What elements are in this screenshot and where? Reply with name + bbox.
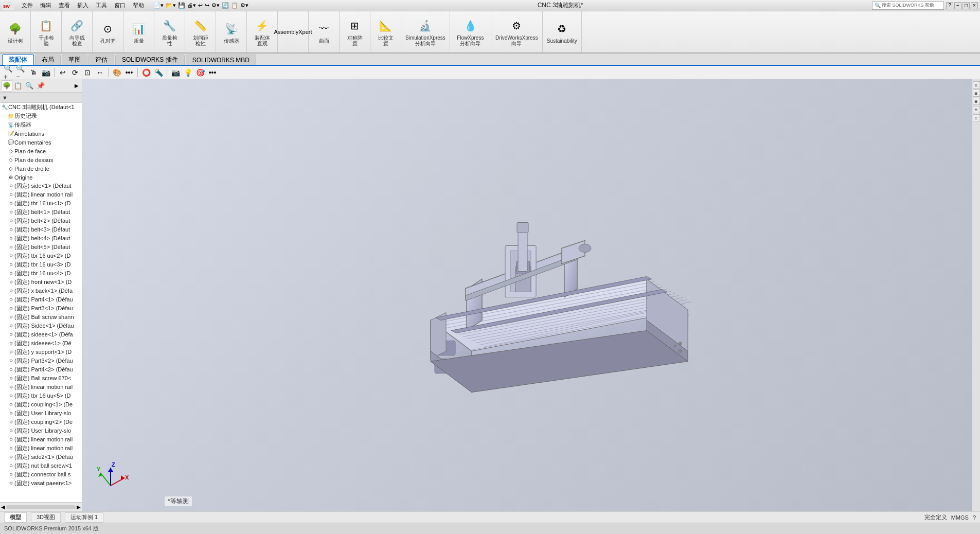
more-button-1[interactable]: •••: [123, 67, 135, 78]
lp-tab-design-tree[interactable]: 🌳: [1, 80, 12, 92]
ribbon-visual[interactable]: ⚡ 装配体直观: [247, 11, 278, 52]
list-item[interactable]: ⚙ (固定) Ball screw 670<: [0, 374, 82, 383]
list-item[interactable]: ⚙ (固定) tbr 16 uu<3> (D: [0, 260, 82, 269]
help-button-status[interactable]: ?: [973, 514, 976, 521]
zoom-fit-button[interactable]: 🖱: [28, 67, 39, 78]
menu-file[interactable]: 文件: [19, 2, 36, 9]
list-item[interactable]: ⚙ (固定) linear motion rail: [0, 435, 82, 444]
list-item[interactable]: ⚙ (固定) Sidee<1> (Défau: [0, 322, 82, 330]
list-item[interactable]: ⚙ (固定) User Library-slo: [0, 409, 82, 418]
list-item[interactable]: ⚙ (固定) x back<1> (Défa: [0, 287, 82, 295]
quick-new-icon[interactable]: 📄▾: [153, 2, 164, 9]
rp-btn-3[interactable]: ≡: [973, 98, 980, 105]
ribbon-spacing[interactable]: 📏 划间距检性: [185, 11, 216, 52]
list-item[interactable]: ⚙ (固定) Ball screw shann: [0, 313, 82, 322]
lp-expand-button[interactable]: ▶: [73, 82, 81, 90]
list-item[interactable]: ⚙ (固定) front new<1> (D: [0, 278, 82, 287]
list-item[interactable]: ⚙ (固定) vasat paeen<1>: [0, 479, 82, 488]
list-item[interactable]: ⚙ (固定) tbr 16 uu<1> (D: [0, 199, 82, 208]
list-item[interactable]: ⚙ (固定) belt<4> (Défaut: [0, 234, 82, 243]
list-item[interactable]: ⚙ (固定) tbr 16 uu<2> (D: [0, 252, 82, 260]
tab-sw-mbd[interactable]: SOLIDWORKS MBD: [186, 55, 256, 65]
list-item[interactable]: 💬 Commentaires: [0, 138, 82, 147]
list-item[interactable]: ⚙ (固定) Part3<1> (Défau: [0, 304, 82, 313]
ribbon-compare[interactable]: 📐 比较文置: [370, 11, 401, 52]
display-style-button[interactable]: ↔: [94, 67, 105, 78]
quick-undo-icon[interactable]: ↩: [198, 2, 203, 9]
list-item[interactable]: 📡 传感器: [0, 120, 82, 129]
list-item[interactable]: ⚙ (固定) linear motion rail: [0, 383, 82, 391]
list-item[interactable]: ⚙ (固定) Part3<2> (Défau: [0, 357, 82, 365]
lp-tab-favorite[interactable]: 📌: [35, 80, 46, 92]
zoom-out-button[interactable]: 🔍−: [15, 67, 27, 78]
lp-tab-search[interactable]: 🔍: [24, 80, 35, 92]
ribbon-hole-align[interactable]: ⊙ 孔对齐: [93, 11, 123, 52]
camera-button[interactable]: 📷: [170, 67, 181, 78]
rp-btn-4[interactable]: ≡: [973, 106, 980, 113]
sb-tab-motion[interactable]: 运动算例 1: [65, 512, 103, 523]
rebuild-icon[interactable]: 🔄: [222, 2, 229, 9]
file-props-icon[interactable]: 📋: [231, 2, 238, 9]
light-button[interactable]: 🔦: [153, 67, 164, 78]
menu-edit[interactable]: 编辑: [37, 2, 55, 9]
list-item[interactable]: ⚙ (固定) linear motion rail: [0, 444, 82, 453]
zoom-in-button[interactable]: 🔍+: [3, 67, 14, 78]
view-orient-button[interactable]: ⟳: [69, 67, 81, 78]
3d-viewport[interactable]: Y X Z *等轴测: [82, 79, 972, 511]
tab-sw-plugins[interactable]: SOLIDWORKS 插件: [115, 55, 185, 65]
options-icon[interactable]: ⚙▾: [240, 2, 248, 9]
ribbon-driveworks[interactable]: ⚙ DriveWorksXpress向导: [491, 11, 543, 52]
list-item[interactable]: 📝 Annotations: [0, 129, 82, 138]
list-item[interactable]: ◇ Plan de dessus: [0, 155, 82, 164]
ribbon-flow[interactable]: 💧 FlowXpress分析向导: [450, 11, 491, 52]
rotate-button[interactable]: 📷: [40, 67, 51, 78]
feature-tree[interactable]: 🔧 CNC 3轴雕刻机 (Défaut<1 📁 历史记录 📡 传感器 📝 Ann…: [0, 103, 82, 502]
list-item[interactable]: ⚙ (固定) belt<3> (Défaut: [0, 225, 82, 234]
list-item[interactable]: ⚙ (固定) belt<2> (Défaut: [0, 217, 82, 225]
list-item[interactable]: ⚙ (固定) nut ball screw<1: [0, 461, 82, 470]
list-item[interactable]: ⚙ (固定) y support<1> (D: [0, 348, 82, 357]
tab-assembly[interactable]: 装配体: [2, 55, 34, 65]
tree-root[interactable]: 🔧 CNC 3轴雕刻机 (Défaut<1: [0, 103, 82, 112]
tab-evaluate[interactable]: 评估: [88, 55, 114, 65]
ribbon-assemblyxpert[interactable]: AssemblyXpert: [278, 11, 309, 52]
ribbon-pattern[interactable]: ⊞ 对称阵置: [340, 11, 370, 52]
list-item[interactable]: ⚙ (固定) coupling<2> (De: [0, 418, 82, 426]
ribbon-stepcheck[interactable]: 📋 千步检验: [31, 11, 62, 52]
tree-connector-ball[interactable]: ⚙ (固定) connector ball s: [0, 470, 82, 479]
list-item[interactable]: ⚙ (固定) belt<5> (Défaut: [0, 243, 82, 252]
tree-scrollbar[interactable]: [6, 505, 76, 509]
menu-window[interactable]: 窗口: [111, 2, 129, 9]
sb-tab-model[interactable]: 模型: [4, 512, 27, 523]
list-item[interactable]: ⚙ (固定) Part4<2> (Défau: [0, 365, 82, 374]
scroll-right-icon[interactable]: ▶: [77, 504, 81, 510]
quick-save-icon[interactable]: 💾: [178, 2, 185, 9]
tab-layout[interactable]: 布局: [35, 55, 61, 65]
close-button[interactable]: ×: [971, 2, 978, 9]
more-button-2[interactable]: •••: [207, 67, 218, 78]
quick-redo-icon[interactable]: ↪: [205, 2, 209, 9]
ribbon-simulation[interactable]: 🔬 SimulationXpress分析向导: [401, 11, 450, 52]
rp-btn-5[interactable]: ≡: [973, 114, 980, 121]
quick-options-icon[interactable]: ⚙▾: [211, 2, 220, 9]
list-item[interactable]: ⚙ (固定) tbr 16 uu<4> (D: [0, 269, 82, 278]
list-item[interactable]: ⚙ (固定) linear motion rail: [0, 190, 82, 199]
list-item[interactable]: ⚙ (固定) Part4<1> (Défau: [0, 295, 82, 304]
minimize-button[interactable]: −: [954, 2, 961, 9]
sb-tab-3dview[interactable]: 3D视图: [31, 512, 61, 523]
rp-btn-2[interactable]: ≡: [973, 90, 980, 97]
list-item[interactable]: 📁 历史记录: [0, 112, 82, 120]
menu-insert[interactable]: 插入: [74, 2, 92, 9]
rp-btn-1[interactable]: ≡: [973, 81, 980, 88]
appearance-button[interactable]: 🎨: [111, 67, 122, 78]
menu-view[interactable]: 查看: [56, 2, 73, 9]
ribbon-sensor[interactable]: 📡 传感器: [216, 11, 247, 52]
ribbon-surface[interactable]: 〰 曲面: [309, 11, 340, 52]
list-item[interactable]: ⚙ (固定) User Library-slo: [0, 426, 82, 435]
menu-tools[interactable]: 工具: [93, 2, 110, 9]
ribbon-mass[interactable]: 📊 质量: [123, 11, 154, 52]
search-box[interactable]: 🔍 搜索 SOLIDWORKS 帮助: [872, 2, 944, 10]
list-item[interactable]: ⚙ (固定) side<1> (Défaut: [0, 182, 82, 190]
quick-print-icon[interactable]: 🖨▾: [187, 2, 196, 9]
list-item[interactable]: ⚙ (固定) sideee<1> (Défa: [0, 330, 82, 339]
